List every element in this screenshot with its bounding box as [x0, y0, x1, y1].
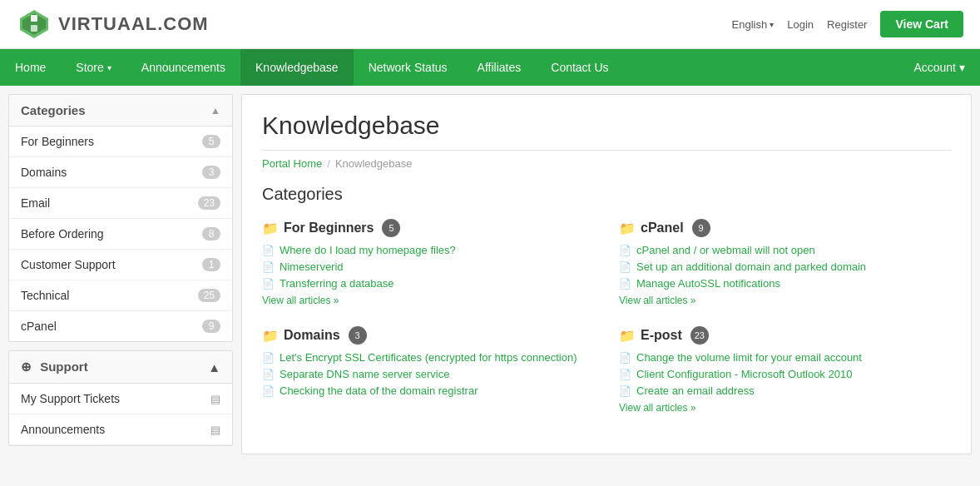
nav-home[interactable]: Home	[0, 49, 61, 86]
doc-icon: 📄	[619, 261, 631, 273]
categories-chevron-icon: ▲	[210, 105, 220, 117]
nav-account[interactable]: Account▾	[898, 49, 980, 86]
view-all-for-beginners[interactable]: View all articles »	[262, 295, 594, 306]
view-all-epost[interactable]: View all articles »	[619, 402, 951, 414]
announcements-icon: ▤	[210, 424, 220, 436]
account-dropdown-arrow: ▾	[959, 61, 965, 74]
nav-store[interactable]: Store▾	[61, 49, 126, 86]
svg-rect-2	[31, 15, 37, 22]
sidebar-item-my-support-tickets[interactable]: My Support Tickets ▤	[9, 384, 232, 414]
article-link[interactable]: 📄 Manage AutoSSL notifications	[619, 277, 951, 290]
folder-icon: 📁	[619, 328, 636, 344]
article-link[interactable]: 📄 Where do I load my homepage files?	[262, 244, 594, 256]
globe-icon: ⊕	[21, 360, 32, 374]
nav-bar: Home Store▾ Announcements Knowledgebase …	[0, 49, 980, 86]
folder-icon: 📁	[262, 221, 279, 236]
sidebar-item-email[interactable]: Email 23	[9, 188, 232, 219]
article-link[interactable]: 📄 Change the volume limit for your email…	[619, 351, 951, 364]
category-domains: 📁 Domains 3 📄 Let's Encrypt SSL Certific…	[262, 326, 594, 414]
svg-rect-3	[31, 25, 37, 32]
article-link[interactable]: 📄 Let's Encrypt SSL Certificates (encryp…	[262, 351, 594, 364]
doc-icon: 📄	[262, 245, 275, 256]
category-epost-heading: 📁 E-post 23	[619, 326, 951, 345]
support-chevron-icon: ▲	[208, 360, 220, 374]
sidebar: Categories ▲ For Beginners 5 Domains 3 E…	[8, 94, 233, 454]
article-link[interactable]: 📄 cPanel and / or webmail will not open	[619, 244, 951, 256]
article-link[interactable]: 📄 Set up an additional domain and parked…	[619, 260, 951, 273]
doc-icon: 📄	[619, 245, 631, 256]
doc-icon: 📄	[619, 278, 631, 290]
article-link[interactable]: 📄 Create an email address	[619, 384, 951, 397]
view-all-cpanel[interactable]: View all articles »	[619, 295, 951, 306]
doc-icon: 📄	[262, 352, 275, 364]
sidebar-item-domains[interactable]: Domains 3	[9, 157, 232, 188]
nav-knowledgebase[interactable]: Knowledgebase	[240, 49, 354, 86]
store-dropdown-arrow: ▾	[107, 63, 111, 72]
article-link[interactable]: 📄 Nimeserverid	[262, 260, 594, 273]
top-bar: VIRTUAAL.COM English Login Register View…	[0, 0, 980, 49]
breadcrumb: Portal Home / Knowledgebase	[262, 157, 951, 170]
article-link[interactable]: 📄 Transferring a database	[262, 277, 594, 290]
nav-affiliates[interactable]: Affiliates	[463, 49, 537, 86]
main-layout: Categories ▲ For Beginners 5 Domains 3 E…	[0, 86, 980, 463]
article-link[interactable]: 📄 Separate DNS name server service	[262, 368, 594, 380]
sidebar-item-customer-support[interactable]: Customer Support 1	[9, 250, 232, 280]
category-cpanel: 📁 cPanel 9 📄 cPanel and / or webmail wil…	[619, 219, 951, 306]
doc-icon: 📄	[619, 369, 631, 380]
breadcrumb-current: Knowledgebase	[335, 157, 413, 170]
categories-grid: 📁 For Beginners 5 📄 Where do I load my h…	[262, 219, 951, 414]
sidebar-item-for-beginners[interactable]: For Beginners 5	[9, 126, 232, 157]
page-title: Knowledgebase	[262, 112, 951, 151]
doc-icon: 📄	[619, 352, 631, 364]
sidebar-support-header: ⊕ Support ▲	[9, 351, 232, 384]
category-epost: 📁 E-post 23 📄 Change the volume limit fo…	[619, 326, 951, 414]
category-for-beginners-heading: 📁 For Beginners 5	[262, 219, 594, 237]
sidebar-categories-header: Categories ▲	[9, 95, 232, 126]
sidebar-item-cpanel[interactable]: cPanel 9	[9, 311, 232, 341]
sidebar-item-technical[interactable]: Technical 25	[9, 280, 232, 311]
doc-icon: 📄	[262, 278, 275, 290]
register-link[interactable]: Register	[827, 18, 867, 31]
breadcrumb-separator: /	[327, 157, 330, 170]
language-selector[interactable]: English	[732, 18, 775, 31]
doc-icon: 📄	[262, 261, 275, 273]
category-domains-heading: 📁 Domains 3	[262, 326, 594, 345]
logo-text: VIRTUAAL.COM	[58, 13, 209, 35]
doc-icon: 📄	[262, 369, 275, 380]
categories-section-title: Categories	[262, 185, 951, 204]
article-link[interactable]: 📄 Client Configuration - Microsoft Outlo…	[619, 368, 951, 380]
breadcrumb-home[interactable]: Portal Home	[262, 157, 322, 170]
tickets-icon: ▤	[210, 393, 220, 405]
article-link[interactable]: 📄 Checking the data of the domain regist…	[262, 384, 594, 397]
nav-contact-us[interactable]: Contact Us	[536, 49, 623, 86]
category-for-beginners: 📁 For Beginners 5 📄 Where do I load my h…	[262, 219, 594, 306]
view-cart-button[interactable]: View Cart	[880, 11, 963, 37]
folder-icon: 📁	[262, 328, 279, 344]
sidebar-support-section: ⊕ Support ▲ My Support Tickets ▤ Announc…	[8, 350, 233, 446]
login-link[interactable]: Login	[787, 18, 814, 31]
doc-icon: 📄	[262, 385, 275, 397]
category-cpanel-heading: 📁 cPanel 9	[619, 219, 951, 237]
sidebar-item-before-ordering[interactable]: Before Ordering 8	[9, 219, 232, 250]
logo-area: VIRTUAAL.COM	[17, 7, 209, 42]
doc-icon: 📄	[619, 385, 631, 397]
sidebar-item-announcements[interactable]: Announcements ▤	[9, 414, 232, 445]
folder-icon: 📁	[619, 221, 636, 236]
content-area: Knowledgebase Portal Home / Knowledgebas…	[241, 94, 972, 454]
top-right-actions: English Login Register View Cart	[732, 11, 963, 37]
nav-network-status[interactable]: Network Status	[354, 49, 463, 86]
sidebar-categories-section: Categories ▲ For Beginners 5 Domains 3 E…	[8, 94, 233, 342]
nav-announcements[interactable]: Announcements	[126, 49, 240, 86]
logo-icon	[17, 7, 52, 42]
